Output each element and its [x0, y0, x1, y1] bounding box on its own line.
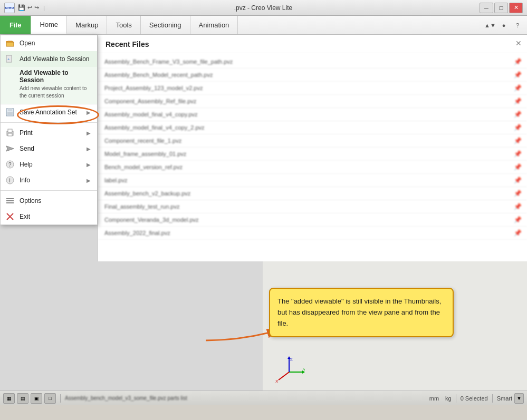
view-mode-btn-1[interactable]: ▦	[3, 393, 15, 404]
recent-item[interactable]: Component_recent_file_1.pvz 📌	[98, 134, 527, 148]
pin-icon: 📌	[514, 137, 522, 144]
save-annotation-arrow: ▶	[87, 110, 91, 115]
view-mode-btn-2[interactable]: ▤	[17, 393, 28, 404]
status-divider-3	[492, 394, 493, 403]
recent-item[interactable]: Final_assembly_test_run.pvz 📌	[98, 200, 527, 213]
pin-icon: 📌	[514, 58, 522, 65]
menu-item-print[interactable]: Print ▶	[1, 125, 97, 141]
menu-item-exit[interactable]: Exit	[1, 209, 97, 224]
send-icon	[5, 143, 15, 154]
pin-icon: 📌	[514, 124, 522, 131]
tab-markup[interactable]: Markup	[67, 16, 107, 34]
open-label: Open	[20, 40, 35, 47]
view-mode-btn-4[interactable]: □	[44, 393, 56, 404]
menu-divider-1	[1, 122, 97, 123]
ribbon-user-icon[interactable]: ●	[499, 20, 509, 31]
file-menu: Open + Add Viewable to Session Add Viewa…	[0, 35, 98, 225]
menu-item-open[interactable]: Open	[1, 35, 97, 51]
svg-rect-17	[8, 133, 12, 136]
pin-icon: 📌	[514, 203, 522, 210]
save-annotation-icon	[5, 107, 15, 118]
recent-files-list: Assembly_Bench_Frame_V3_some_file_path.p…	[98, 53, 527, 242]
recent-item[interactable]: Assembly_model_final_v4_copy_2.pvz 📌	[98, 121, 527, 134]
add-viewable-menu-label: Add Viewable to Session	[20, 55, 90, 63]
recent-item[interactable]: Model_frame_assembly_01.pvz 📌	[98, 148, 527, 161]
svg-text:Y: Y	[303, 367, 305, 372]
status-selected-count: 0 Selected	[461, 395, 488, 402]
help-label: Help	[20, 161, 33, 168]
recent-item[interactable]: Component_Assembly_Ref_file.pvz 📌	[98, 95, 527, 108]
close-recent-button[interactable]: ✕	[515, 39, 522, 47]
recent-item[interactable]: label.pvz 📌	[98, 174, 527, 187]
recent-item[interactable]: Assembly_Bench_Frame_V3_some_file_path.p…	[98, 55, 527, 69]
add-viewable-tooltip-title: Add Viewable to Session	[20, 69, 91, 84]
print-icon	[5, 128, 15, 138]
help-icon: ?	[5, 159, 15, 170]
status-divider-2	[456, 394, 456, 403]
tab-animation[interactable]: Animation	[190, 16, 238, 34]
status-units-kg: kg	[445, 395, 452, 402]
svg-rect-22	[6, 200, 14, 201]
recent-item[interactable]: Component_Veranda_3d_model.pvz 📌	[98, 213, 527, 227]
svg-rect-16	[8, 129, 12, 132]
tab-file[interactable]: File	[0, 16, 31, 34]
maximize-button[interactable]: □	[494, 3, 508, 13]
view-mode-btn-3[interactable]: ▣	[31, 393, 42, 404]
svg-text:X: X	[275, 379, 279, 384]
status-filepath: Assembly_bench_model_v3_some_file.pvz pa…	[65, 395, 427, 401]
ribbon-help-icon[interactable]: ▲▼	[485, 20, 495, 31]
recent-item[interactable]: Assembly_Bench_Model_recent_path.pvz 📌	[98, 69, 527, 82]
ribbon-question-icon[interactable]: ?	[512, 20, 523, 31]
info-icon: i	[5, 175, 15, 185]
info-label: Info	[20, 177, 30, 184]
info-arrow: ▶	[87, 178, 91, 183]
tab-sectioning[interactable]: Sectioning	[141, 16, 190, 34]
exit-label: Exit	[20, 213, 30, 220]
app-logo: creo	[4, 3, 15, 13]
svg-text:i: i	[9, 178, 11, 183]
minimize-button[interactable]: ─	[480, 3, 493, 13]
menu-item-save-annotation[interactable]: Save Annotation Set ▶	[1, 104, 97, 120]
svg-rect-24	[6, 202, 14, 203]
menu-item-help[interactable]: ? Help ▶	[1, 157, 97, 172]
recent-item[interactable]: Assembly_bench_v2_backup.pvz 📌	[98, 187, 527, 200]
window-controls: ─ □ ✕	[480, 3, 523, 13]
status-mode-dropdown[interactable]: ▼	[514, 393, 524, 404]
menu-item-add-viewable[interactable]: + Add Viewable to Session	[1, 51, 97, 67]
ribbon-right-controls: ▲▼ ● ?	[485, 16, 527, 34]
menu-item-options[interactable]: Options	[1, 193, 97, 209]
svg-text:?: ?	[8, 162, 12, 168]
window-title: .pvz - Creo View Lite	[47, 4, 480, 12]
send-arrow: ▶	[87, 146, 91, 152]
svg-rect-13	[8, 109, 12, 111]
close-button[interactable]: ✕	[509, 3, 523, 13]
status-units-mm: mm	[429, 395, 439, 402]
save-icon[interactable]: 💾	[18, 4, 25, 11]
menu-divider-2	[1, 190, 97, 191]
undo-icon[interactable]: ↩	[27, 4, 32, 11]
tab-tools[interactable]: Tools	[107, 16, 140, 34]
pin-icon: 📌	[514, 163, 522, 171]
status-bar: ▦ ▤ ▣ □ Assembly_bench_model_v3_some_fil…	[0, 390, 527, 405]
add-viewable-icon: +	[5, 54, 15, 64]
svg-text:+: +	[7, 57, 10, 62]
callout-tooltip: The "added viewable" is still visible in…	[269, 288, 454, 337]
recent-item[interactable]: Bench_model_version_ref.pvz 📌	[98, 161, 527, 174]
menu-item-info[interactable]: i Info ▶	[1, 172, 97, 188]
tab-home[interactable]: Home	[31, 16, 67, 34]
menu-item-send[interactable]: Send ▶	[1, 141, 97, 157]
pin-icon: 📌	[514, 84, 522, 92]
svg-text:Z: Z	[290, 357, 293, 362]
redo-icon[interactable]: ↪	[34, 4, 39, 11]
status-divider	[60, 394, 61, 403]
recent-item[interactable]: Assembly_2022_final.pvz 📌	[98, 227, 527, 240]
recent-item[interactable]: Project_Assembly_123_model_v2.pvz 📌	[98, 82, 527, 95]
callout-text: The "added viewable" is still visible in…	[277, 297, 441, 327]
pin-icon: 📌	[514, 97, 522, 105]
svg-rect-23	[6, 198, 14, 199]
recent-item[interactable]: Assembly_model_final_v4_copy.pvz 📌	[98, 108, 527, 121]
svg-rect-14	[7, 112, 13, 115]
recent-files-title: Recent Files	[106, 40, 149, 48]
print-arrow: ▶	[87, 130, 91, 136]
save-annotation-label: Save Annotation Set	[20, 109, 77, 116]
